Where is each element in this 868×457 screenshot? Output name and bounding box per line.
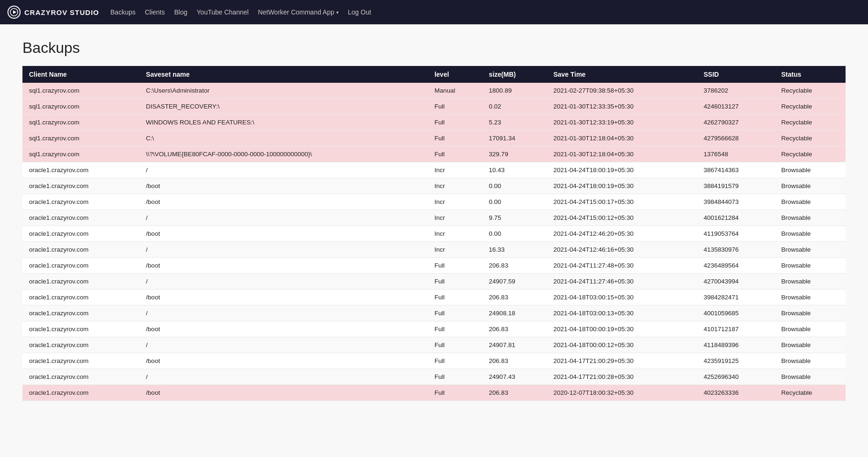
cell-status: Browsable bbox=[775, 162, 846, 178]
cell-client-name: sql1.crazyrov.com bbox=[22, 99, 139, 115]
cell-ssid: 4279566628 bbox=[697, 131, 774, 146]
cell-saveset-name: / bbox=[139, 210, 428, 226]
cell-size-mb-: 206.83 bbox=[482, 258, 547, 274]
cell-status: Browsable bbox=[775, 194, 846, 210]
nav-link-log-out[interactable]: Log Out bbox=[348, 8, 371, 16]
cell-level: Full bbox=[428, 146, 482, 162]
cell-saveset-name: /boot bbox=[139, 321, 428, 337]
cell-size-mb-: 0.02 bbox=[482, 99, 547, 115]
table-row: oracle1.crazyrov.com/bootIncr0.002021-04… bbox=[22, 194, 846, 210]
cell-saveset-name: / bbox=[139, 162, 428, 178]
cell-saveset-name: /boot bbox=[139, 178, 428, 194]
cell-save-time: 2021-04-18T03:00:13+05:30 bbox=[547, 305, 697, 321]
table-row: oracle1.crazyrov.com/bootFull206.832021-… bbox=[22, 321, 846, 337]
cell-save-time: 2021-04-24T12:46:20+05:30 bbox=[547, 226, 697, 242]
table-row: sql1.crazyrov.comC:\Full17091.342021-01-… bbox=[22, 131, 846, 146]
cell-level: Full bbox=[428, 305, 482, 321]
table-row: oracle1.crazyrov.com/Incr16.332021-04-24… bbox=[22, 242, 846, 258]
table-row: oracle1.crazyrov.com/Full24907.592021-04… bbox=[22, 274, 846, 290]
cell-saveset-name: C:\ bbox=[139, 131, 428, 146]
cell-level: Incr bbox=[428, 194, 482, 210]
cell-save-time: 2021-04-24T15:00:12+05:30 bbox=[547, 210, 697, 226]
cell-save-time: 2021-04-24T18:00:19+05:30 bbox=[547, 178, 697, 194]
cell-client-name: oracle1.crazyrov.com bbox=[22, 258, 139, 274]
cell-status: Browsable bbox=[775, 226, 846, 242]
table-row: oracle1.crazyrov.com/Full24907.812021-04… bbox=[22, 337, 846, 353]
col-header-status: Status bbox=[775, 66, 846, 83]
cell-ssid: 3867414363 bbox=[697, 162, 774, 178]
cell-level: Incr bbox=[428, 242, 482, 258]
cell-size-mb-: 0.00 bbox=[482, 194, 547, 210]
cell-client-name: oracle1.crazyrov.com bbox=[22, 162, 139, 178]
cell-level: Incr bbox=[428, 178, 482, 194]
cell-level: Full bbox=[428, 274, 482, 290]
cell-size-mb-: 206.83 bbox=[482, 385, 547, 401]
cell-client-name: sql1.crazyrov.com bbox=[22, 131, 139, 146]
cell-level: Full bbox=[428, 131, 482, 146]
cell-ssid: 4118489396 bbox=[697, 337, 774, 353]
cell-status: Browsable bbox=[775, 258, 846, 274]
cell-ssid: 4270043994 bbox=[697, 274, 774, 290]
cell-client-name: oracle1.crazyrov.com bbox=[22, 305, 139, 321]
cell-saveset-name: / bbox=[139, 305, 428, 321]
cell-save-time: 2021-02-27T09:38:58+05:30 bbox=[547, 83, 697, 99]
nav-link-youtube-channel[interactable]: YouTube Channel bbox=[197, 8, 249, 16]
nav-link-clients[interactable]: Clients bbox=[145, 8, 165, 16]
cell-ssid: 3984844073 bbox=[697, 194, 774, 210]
cell-save-time: 2021-01-30T12:18:04+05:30 bbox=[547, 131, 697, 146]
cell-save-time: 2021-01-30T12:33:19+05:30 bbox=[547, 115, 697, 131]
table-row: oracle1.crazyrov.com/bootFull206.832021-… bbox=[22, 290, 846, 305]
cell-status: Browsable bbox=[775, 274, 846, 290]
cell-ssid: 4236489564 bbox=[697, 258, 774, 274]
cell-size-mb-: 10.43 bbox=[482, 162, 547, 178]
cell-status: Recyclable bbox=[775, 83, 846, 99]
cell-save-time: 2021-01-30T12:33:35+05:30 bbox=[547, 99, 697, 115]
cell-client-name: oracle1.crazyrov.com bbox=[22, 321, 139, 337]
cell-ssid: 4023263336 bbox=[697, 385, 774, 401]
table-row: oracle1.crazyrov.com/bootIncr0.002021-04… bbox=[22, 178, 846, 194]
cell-saveset-name: /boot bbox=[139, 258, 428, 274]
cell-saveset-name: /boot bbox=[139, 194, 428, 210]
nav-link-networker-command-app[interactable]: NetWorker Command App ▾ bbox=[258, 8, 339, 16]
table-header-row: Client NameSaveset namelevelsize(MB)Save… bbox=[22, 66, 846, 83]
cell-client-name: oracle1.crazyrov.com bbox=[22, 178, 139, 194]
cell-ssid: 4119053764 bbox=[697, 226, 774, 242]
cell-status: Recyclable bbox=[775, 385, 846, 401]
table-header: Client NameSaveset namelevelsize(MB)Save… bbox=[22, 66, 846, 83]
cell-saveset-name: /boot bbox=[139, 353, 428, 369]
cell-status: Recyclable bbox=[775, 115, 846, 131]
cell-size-mb-: 24907.81 bbox=[482, 337, 547, 353]
cell-level: Full bbox=[428, 369, 482, 385]
nav-link-backups[interactable]: Backups bbox=[110, 8, 136, 16]
svg-marker-1 bbox=[13, 10, 16, 14]
cell-size-mb-: 24908.18 bbox=[482, 305, 547, 321]
cell-level: Incr bbox=[428, 226, 482, 242]
table-row: oracle1.crazyrov.com/Incr10.432021-04-24… bbox=[22, 162, 846, 178]
cell-status: Browsable bbox=[775, 369, 846, 385]
table-row: oracle1.crazyrov.com/Full24908.182021-04… bbox=[22, 305, 846, 321]
table-row: oracle1.crazyrov.com/Incr9.752021-04-24T… bbox=[22, 210, 846, 226]
cell-saveset-name: / bbox=[139, 274, 428, 290]
cell-client-name: sql1.crazyrov.com bbox=[22, 146, 139, 162]
cell-size-mb-: 5.23 bbox=[482, 115, 547, 131]
col-header-size-mb-: size(MB) bbox=[482, 66, 547, 83]
cell-ssid: 4252696340 bbox=[697, 369, 774, 385]
table-row: oracle1.crazyrov.com/Full24907.432021-04… bbox=[22, 369, 846, 385]
cell-saveset-name: /boot bbox=[139, 290, 428, 305]
cell-save-time: 2021-01-30T12:18:04+05:30 bbox=[547, 146, 697, 162]
cell-saveset-name: /boot bbox=[139, 385, 428, 401]
cell-save-time: 2021-04-18T00:00:19+05:30 bbox=[547, 321, 697, 337]
cell-size-mb-: 16.33 bbox=[482, 242, 547, 258]
col-header-client-name: Client Name bbox=[22, 66, 139, 83]
cell-size-mb-: 1800.89 bbox=[482, 83, 547, 99]
cell-size-mb-: 0.00 bbox=[482, 226, 547, 242]
cell-size-mb-: 206.83 bbox=[482, 290, 547, 305]
col-header-saveset-name: Saveset name bbox=[139, 66, 428, 83]
cell-save-time: 2020-12-07T18:00:32+05:30 bbox=[547, 385, 697, 401]
nav-link-blog[interactable]: Blog bbox=[174, 8, 188, 16]
cell-saveset-name: C:\Users\Administrator bbox=[139, 83, 428, 99]
cell-status: Browsable bbox=[775, 242, 846, 258]
cell-ssid: 4001621284 bbox=[697, 210, 774, 226]
cell-ssid: 1376548 bbox=[697, 146, 774, 162]
cell-ssid: 3786202 bbox=[697, 83, 774, 99]
